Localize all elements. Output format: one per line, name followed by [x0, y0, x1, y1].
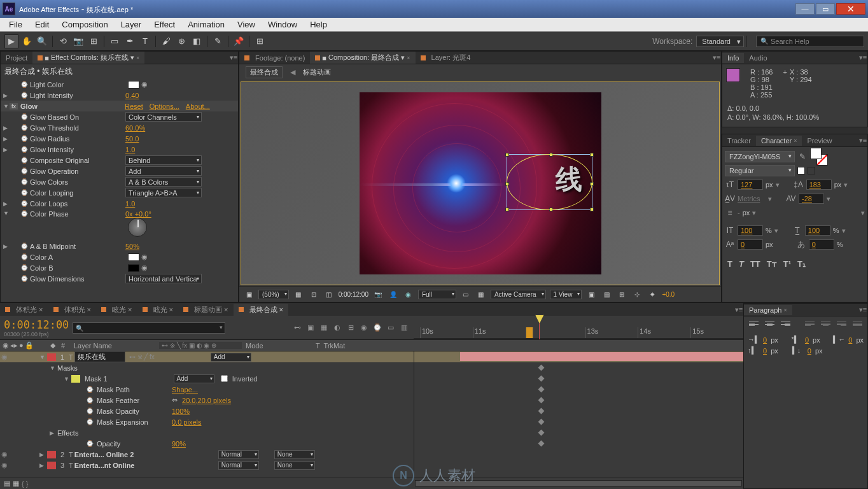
stopwatch-icon[interactable]: ⌚: [86, 397, 94, 404]
layer-name[interactable]: Enterta... Online 2: [74, 451, 157, 458]
layer-color-label[interactable]: [47, 462, 56, 469]
stopwatch-icon[interactable]: ⌚: [20, 253, 28, 260]
always-preview-icon[interactable]: ▣: [243, 290, 255, 300]
mode-header[interactable]: Mode: [242, 342, 316, 350]
expand-icon[interactable]: ▶: [3, 136, 10, 142]
tsume-input[interactable]: 0: [809, 239, 834, 250]
color-b-swatch[interactable]: [128, 264, 139, 272]
close-button[interactable]: ✕: [836, 3, 865, 15]
dd-color-looping[interactable]: Triangle A>B>A: [125, 188, 202, 197]
roto-tool[interactable]: ✎: [211, 34, 225, 48]
phase-wheel[interactable]: [128, 218, 147, 237]
mask-opacity-value[interactable]: 100%: [172, 408, 190, 415]
collapse-transform-icon[interactable]: ▣: [305, 322, 316, 334]
visibility-icon[interactable]: ◉: [0, 353, 9, 361]
val-glow-intensity[interactable]: 1.0: [125, 146, 135, 153]
indent-right-value[interactable]: 0: [848, 336, 852, 344]
layer-color-label[interactable]: [47, 353, 56, 361]
tl-tab-5[interactable]: 最终合成 ×: [234, 304, 289, 316]
justify-last-right-button[interactable]: [836, 320, 848, 330]
zoom-tool[interactable]: 🔍: [35, 34, 49, 48]
timecode[interactable]: 0:00:12:00: [4, 318, 69, 331]
stopwatch-icon[interactable]: ⌚: [20, 264, 28, 271]
eyedropper-icon[interactable]: ◉: [141, 253, 148, 261]
expand-icon[interactable]: ▶: [39, 451, 46, 458]
rect-tool[interactable]: ▭: [108, 34, 122, 48]
dd-composite-original[interactable]: Behind: [125, 155, 202, 165]
mask-color-label[interactable]: [71, 375, 80, 383]
maximize-button[interactable]: ▭: [816, 3, 835, 15]
tl-tab-3[interactable]: 眩光 ×: [137, 304, 179, 316]
feather-value[interactable]: 20.0,20.0 pixels: [182, 397, 231, 404]
stopwatch-icon[interactable]: ⌚: [20, 135, 28, 142]
tl-tab-0[interactable]: 体积光 ×: [0, 304, 48, 316]
stopwatch-icon[interactable]: ⌚: [20, 81, 28, 88]
about-link[interactable]: About...: [186, 103, 210, 110]
layer-row-2[interactable]: ◉ ▶ 2 T Enterta... Online 2 Normal None: [0, 449, 743, 460]
expand-icon[interactable]: ▶: [50, 430, 56, 436]
frame-blend-icon[interactable]: ▦: [318, 322, 330, 334]
link-icon[interactable]: ⇔: [172, 396, 178, 404]
mask-path-row[interactable]: ⌚Mask PathShape...: [0, 384, 743, 395]
masks-group[interactable]: ▼Masks: [0, 362, 743, 373]
layer-row-1[interactable]: ◉ ▼ 1 T 娱乐在线 ⊷ ※ ╱ fx Add: [0, 351, 743, 362]
stamp-tool[interactable]: ⊛: [174, 34, 188, 48]
current-time[interactable]: 0:00:12:00: [339, 291, 368, 298]
expand-icon[interactable]: ▶: [3, 243, 10, 250]
search-help[interactable]: Search Help: [756, 36, 864, 47]
exposure-value[interactable]: +0.0: [662, 291, 675, 298]
visibility-icon[interactable]: ◉: [0, 450, 9, 458]
channel-icon[interactable]: ◉: [403, 290, 414, 300]
guides-icon[interactable]: ⊡: [308, 290, 319, 300]
stopwatch-icon[interactable]: ⌚: [20, 146, 28, 153]
zoom-dropdown[interactable]: (50%): [258, 290, 289, 299]
fill-swatch[interactable]: [797, 167, 805, 174]
snapshot-icon[interactable]: 📷: [372, 290, 384, 300]
layer-tab[interactable]: Layer: 光斑4: [416, 52, 476, 64]
layer-name[interactable]: 娱乐在线: [74, 351, 125, 362]
layer-color-label[interactable]: [47, 451, 56, 458]
pixel-aspect-icon[interactable]: ▣: [585, 290, 597, 300]
menu-file[interactable]: File: [3, 20, 29, 29]
hscale-input[interactable]: 100: [805, 225, 830, 236]
val-color-phase[interactable]: 0x +0.0°: [125, 210, 151, 218]
shy-toggle-icon[interactable]: ⊷: [291, 322, 303, 334]
comp-viewer[interactable]: 线: [241, 82, 720, 285]
flowchart-icon[interactable]: ⊹: [631, 290, 643, 300]
effect-glow[interactable]: Glow: [20, 103, 125, 110]
label-col-icon[interactable]: ◆: [45, 341, 61, 350]
indent-left-value[interactable]: 0: [763, 336, 767, 344]
panel-menu-icon[interactable]: ▾≡: [858, 53, 867, 62]
expand-icon[interactable]: ▶: [3, 146, 10, 153]
menu-window[interactable]: Window: [262, 20, 304, 29]
vscale-input[interactable]: 100: [738, 225, 763, 236]
menu-help[interactable]: Help: [304, 20, 333, 29]
audio-tab[interactable]: Audio: [744, 53, 772, 63]
val-light-intensity[interactable]: 0.40: [125, 92, 139, 99]
stroke-swatch[interactable]: [808, 167, 815, 174]
val-color-loops[interactable]: 1.0: [125, 200, 135, 208]
blend-mode-dropdown[interactable]: Add: [211, 353, 251, 362]
expand-icon[interactable]: ▶: [3, 201, 10, 207]
effects-group[interactable]: ▶Effects: [0, 427, 743, 438]
indent-first-value[interactable]: 0: [805, 336, 809, 344]
options-link[interactable]: Options...: [150, 103, 179, 110]
local-axis[interactable]: ⊞: [253, 34, 267, 48]
menu-layer[interactable]: Layer: [115, 20, 148, 29]
toggle-switches-icon[interactable]: ▤: [4, 479, 10, 488]
inverted-checkbox[interactable]: [221, 375, 228, 382]
panel-menu-icon[interactable]: ▾≡: [734, 306, 743, 314]
camera-tool[interactable]: 📷: [71, 34, 85, 48]
layer-switches-icon[interactable]: ▭: [385, 322, 396, 334]
hand-tool[interactable]: ✋: [20, 34, 34, 48]
faux-bold-button[interactable]: T: [727, 259, 732, 269]
color-a-swatch[interactable]: [128, 253, 139, 261]
tracking-input[interactable]: -28: [799, 194, 824, 204]
stopwatch-icon[interactable]: ⌚: [86, 386, 94, 393]
mask-feather-row[interactable]: ⌚Mask Feather⇔ 20.0,20.0 pixels: [0, 395, 743, 406]
stopwatch-icon[interactable]: ⌚: [86, 440, 94, 447]
modes-icon[interactable]: ▥: [398, 322, 410, 334]
panel-menu-icon[interactable]: ▾≡: [858, 306, 867, 314]
panel-menu-icon[interactable]: ▾≡: [229, 53, 238, 62]
show-snapshot-icon[interactable]: 👤: [388, 290, 399, 300]
